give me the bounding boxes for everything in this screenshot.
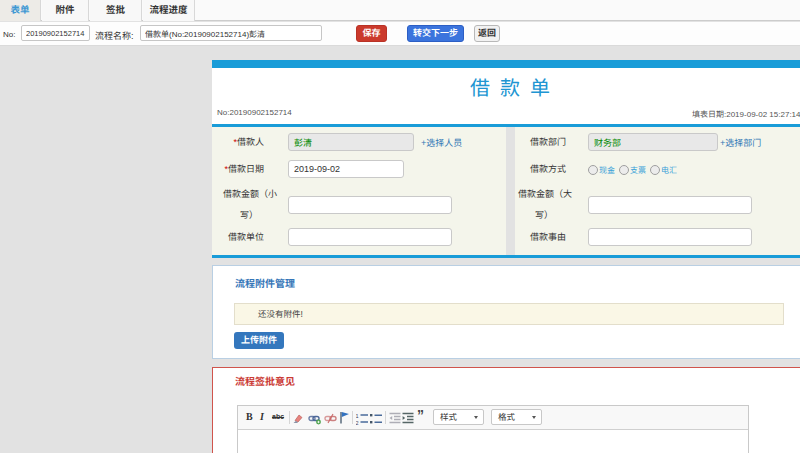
svg-text:1: 1 — [356, 413, 359, 419]
svg-text:2: 2 — [356, 420, 359, 426]
